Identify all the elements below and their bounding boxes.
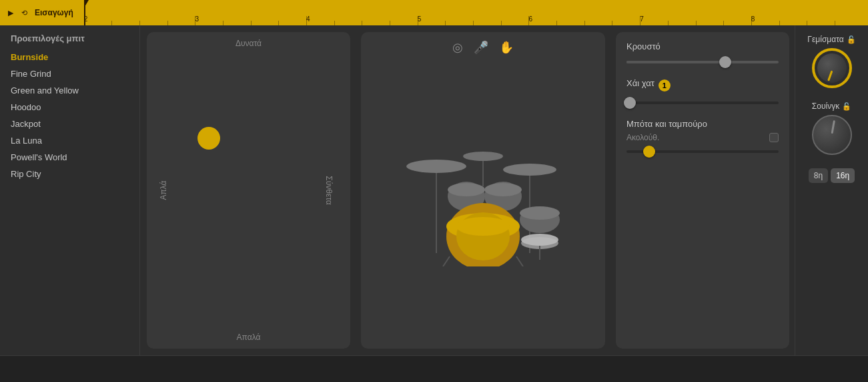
bota-slider[interactable] xyxy=(626,145,779,158)
sidebar-item-jackpot[interactable]: Jackpot xyxy=(0,116,139,132)
beat-pad-left-label: Απλά xyxy=(159,180,168,200)
controls-area: Κρουστό Χάι χατ 1 Μπότα και ταμπούρ xyxy=(616,32,789,349)
beat-buttons: 8η 16η xyxy=(809,168,855,183)
beat-pad-top-label: Δυνατά xyxy=(236,39,262,48)
sidebar-title: Προεπιλογές μπιτ xyxy=(0,33,139,49)
souingk-section: Σουίνγκ 🔓 xyxy=(802,102,861,155)
hichat-label: Χάι χατ xyxy=(626,78,655,88)
svg-point-1 xyxy=(503,164,556,176)
drum-tools: ◎ 🎤 ✋ xyxy=(361,32,605,57)
transport-controls[interactable]: ▶ ⟲ xyxy=(5,7,29,18)
svg-point-9 xyxy=(484,183,522,196)
right-panel: Γεμίσματα 🔓 Σουίνγκ 🔓 8η 16η xyxy=(795,25,868,355)
sidebar-item-rip-city[interactable]: Rip City xyxy=(0,166,139,182)
hichat-label-row: Χάι χατ 1 xyxy=(626,78,779,92)
play-icon[interactable]: ▶ xyxy=(5,7,16,18)
sidebar-item-green-and-yellow[interactable]: Green and Yellow xyxy=(0,82,139,99)
hihat-tool-icon[interactable]: ◎ xyxy=(452,40,463,55)
drum-kit-area: ◎ 🎤 ✋ xyxy=(361,32,605,349)
hichat-badge: 1 xyxy=(659,79,671,91)
svg-point-15 xyxy=(456,217,510,236)
krou-section: Κρουστό xyxy=(626,41,779,69)
svg-point-7 xyxy=(448,183,485,196)
beat-pad-right-label: Σύνθετα xyxy=(324,176,334,205)
souingk-label-row: Σουίνγκ 🔓 xyxy=(812,102,851,111)
gemismata-section: Γεμίσματα 🔓 xyxy=(802,35,861,88)
gemismata-knob[interactable] xyxy=(812,48,852,88)
ruler: 2 3 4 5 6 7 8 xyxy=(84,0,863,25)
svg-point-17 xyxy=(521,234,558,246)
sidebar-item-fine-grind[interactable]: Fine Grind xyxy=(0,65,139,82)
souingk-knob[interactable] xyxy=(812,115,852,155)
beat-16-button[interactable]: 16η xyxy=(831,168,855,183)
timeline-bar: ▶ ⟲ Εισαγωγή 2 3 4 5 6 7 8 xyxy=(0,0,868,25)
gemismata-lock-icon[interactable]: 🔓 xyxy=(847,35,856,44)
sidebar-item-la-luna[interactable]: La Luna xyxy=(0,132,139,149)
bota-section: Μπότα και ταμπούρο Ακολούθ. xyxy=(626,119,779,158)
svg-line-20 xyxy=(516,256,523,266)
beat-pad-area[interactable]: Δυνατά Απαλά Απλά Σύνθετα xyxy=(147,32,350,349)
main-content: Προεπιλογές μπιτ Burnside Fine Grind Gre… xyxy=(0,25,868,355)
sidebar-item-burnside[interactable]: Burnside xyxy=(0,49,139,65)
drum-kit-svg xyxy=(396,133,570,266)
svg-point-2 xyxy=(463,152,503,161)
souingk-lock-icon[interactable]: 🔓 xyxy=(842,102,851,111)
hichat-section: Χάι χατ 1 xyxy=(626,78,779,110)
krou-label: Κρουστό xyxy=(626,41,779,51)
beat-pad-bottom-label: Απαλά xyxy=(237,333,261,342)
krou-slider[interactable] xyxy=(626,55,779,69)
follow-row: Ακολούθ. xyxy=(626,133,779,142)
sidebar-item-powells-world[interactable]: Powell's World xyxy=(0,149,139,166)
gemismata-label: Γεμίσματα xyxy=(807,35,843,44)
beat-8-button[interactable]: 8η xyxy=(809,168,828,183)
bota-label: Μπότα και ταμπούρο xyxy=(626,119,779,129)
sidebar: Προεπιλογές μπιτ Burnside Fine Grind Gre… xyxy=(0,25,140,355)
drum-visual xyxy=(361,57,605,349)
hand-tool-icon[interactable]: ✋ xyxy=(499,40,514,55)
bottom-bar xyxy=(0,355,868,382)
follow-checkbox[interactable] xyxy=(769,133,779,142)
sidebar-item-hoodoo[interactable]: Hoodoo xyxy=(0,99,139,116)
gemismata-label-row: Γεμίσματα 🔓 xyxy=(807,35,855,44)
hichat-slider[interactable] xyxy=(626,96,779,110)
follow-label: Ακολούθ. xyxy=(626,133,765,142)
mic-tool-icon[interactable]: 🎤 xyxy=(474,40,488,55)
beat-puck[interactable] xyxy=(197,127,220,150)
svg-point-11 xyxy=(520,206,560,220)
section-label: Εισαγωγή xyxy=(35,8,73,17)
svg-point-0 xyxy=(406,160,466,173)
svg-line-19 xyxy=(443,256,450,266)
souingk-label: Σουίνγκ xyxy=(812,102,839,111)
loop-icon[interactable]: ⟲ xyxy=(19,7,29,18)
